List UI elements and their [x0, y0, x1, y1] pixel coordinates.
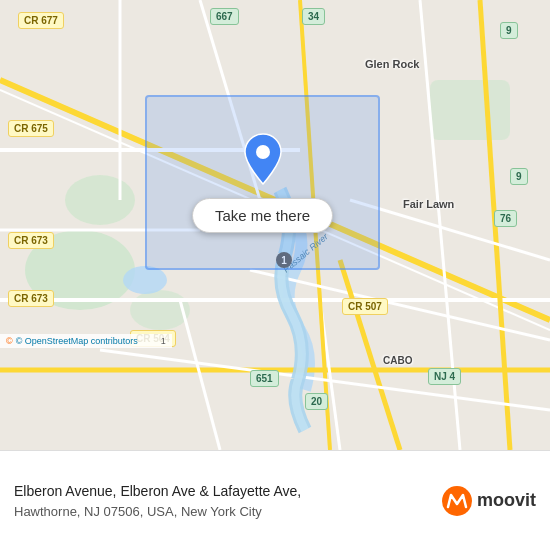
svg-point-3 [130, 290, 190, 330]
moovit-logo: moovit [441, 485, 536, 517]
moovit-m-icon [441, 485, 473, 517]
location-pin-icon [241, 132, 285, 186]
svg-point-23 [256, 145, 270, 159]
svg-rect-4 [430, 80, 510, 140]
badge-9b: 9 [510, 168, 528, 185]
info-bar: Elberon Avenue, Elberon Ave & Lafayette … [0, 450, 550, 550]
address-line1: Elberon Avenue, Elberon Ave & Lafayette … [14, 482, 429, 502]
badge-cr507: CR 507 [342, 298, 388, 315]
copyright-icon: © [6, 336, 13, 346]
highlight-overlay: Take me there [145, 95, 380, 270]
svg-point-5 [123, 266, 167, 294]
address-line2: Hawthorne, NJ 07506, USA, New York City [14, 504, 429, 519]
badge-cr677: CR 677 [18, 12, 64, 29]
osm-link[interactable]: © OpenStreetMap contributors [16, 336, 138, 346]
take-me-there-button[interactable]: Take me there [192, 198, 333, 233]
badge-nj4: NJ 4 [428, 368, 461, 385]
moovit-text: moovit [477, 490, 536, 511]
svg-point-2 [65, 175, 135, 225]
svg-point-24 [442, 486, 472, 516]
badge-20: 20 [305, 393, 328, 410]
badge-cr673b: CR 673 [8, 290, 54, 307]
map-container: CR 677 CR 675 CR 673 CR 673 CR 504 CR 50… [0, 0, 550, 450]
address-info: Elberon Avenue, Elberon Ave & Lafayette … [14, 482, 429, 519]
badge-cr675: CR 675 [8, 120, 54, 137]
badge-667: 667 [210, 8, 239, 25]
badge-34: 34 [302, 8, 325, 25]
badge-76: 76 [494, 210, 517, 227]
osm-credit: © © OpenStreetMap contributors 1 [0, 334, 172, 348]
map-tab-indicator: 1 [161, 336, 166, 346]
badge-9a: 9 [500, 22, 518, 39]
badge-cr673a: CR 673 [8, 232, 54, 249]
badge-651: 651 [250, 370, 279, 387]
